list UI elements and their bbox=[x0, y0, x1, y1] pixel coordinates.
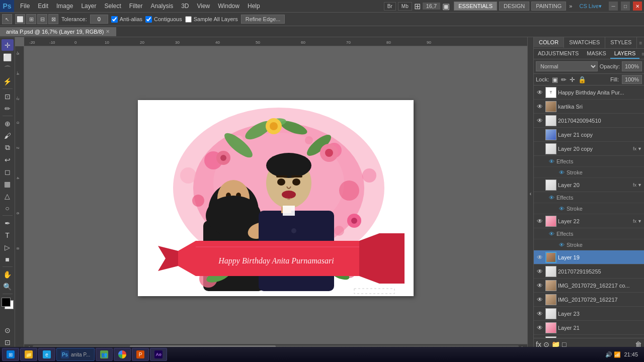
layer-item[interactable]: 👁 IMG_20170729_162217 bbox=[534, 293, 644, 307]
tool-preset-icon[interactable]: ↖ bbox=[2, 14, 12, 24]
layer-visibility-toggle[interactable]: 👁 bbox=[536, 296, 544, 304]
layer-item-layer19[interactable]: 👁 Layer 19 bbox=[534, 250, 644, 264]
panel-options-btn[interactable]: ≡ bbox=[639, 40, 642, 46]
selection-new[interactable]: ⬜ bbox=[15, 14, 25, 24]
masks-sub-tab[interactable]: MASKS bbox=[583, 49, 610, 59]
lock-all-icon[interactable]: 🔒 bbox=[578, 76, 586, 83]
clone-tool[interactable]: ⧉ bbox=[2, 142, 14, 153]
menu-help[interactable]: Help bbox=[244, 2, 264, 11]
screen-mode-btn[interactable]: ⊡ bbox=[2, 336, 14, 348]
fill-input[interactable] bbox=[622, 75, 642, 84]
path-selection[interactable]: ▷ bbox=[2, 241, 14, 253]
arrange-btn[interactable]: ⊞ bbox=[414, 2, 421, 11]
screen-mode[interactable]: ▣ bbox=[442, 2, 450, 11]
layer-item[interactable]: 👁 Layer 23 bbox=[534, 307, 644, 321]
gradient-tool[interactable]: ▦ bbox=[2, 178, 14, 190]
layer-visibility-toggle[interactable]: 👁 bbox=[536, 103, 544, 111]
taskbar-explorer[interactable]: 📁 bbox=[20, 348, 37, 361]
contiguous-label[interactable]: Contiguous bbox=[145, 16, 182, 23]
layer-item-background[interactable]: 👁 Background 🔒 bbox=[534, 335, 644, 338]
layer-item[interactable]: 👁 Layer 21 copy bbox=[534, 128, 644, 142]
stroke-eye-icon[interactable]: 👁 bbox=[559, 206, 565, 212]
layer-item[interactable]: 👁 20170729195255 bbox=[534, 264, 644, 279]
effects-eye-icon[interactable]: 👁 bbox=[549, 195, 554, 201]
layer-visibility-toggle[interactable]: 👁 bbox=[536, 324, 544, 332]
eyedropper-tool[interactable]: ✏ bbox=[2, 103, 14, 114]
sample-all-label[interactable]: Sample All Layers bbox=[185, 16, 238, 23]
color-tab[interactable]: COLOR bbox=[534, 37, 564, 48]
menu-image[interactable]: Image bbox=[52, 2, 77, 11]
menu-file[interactable]: File bbox=[16, 2, 34, 11]
lock-paint-icon[interactable]: ✏ bbox=[561, 76, 567, 83]
panel-collapse-btn[interactable]: ‹ bbox=[527, 37, 533, 350]
cs-live-btn[interactable]: CS Live▾ bbox=[575, 2, 606, 11]
foreground-color[interactable] bbox=[2, 298, 11, 307]
painting-mode[interactable]: PAINTING bbox=[531, 2, 566, 11]
layer-visibility-toggle[interactable]: 👁 bbox=[536, 282, 544, 290]
menu-3d[interactable]: 3D bbox=[177, 2, 193, 11]
taskbar-couple[interactable]: 👥 bbox=[96, 348, 113, 361]
essentials-mode[interactable]: ESSENTIALS bbox=[454, 2, 497, 11]
menu-filter[interactable]: Filter bbox=[125, 2, 147, 11]
layer-item[interactable]: 👁 20170420094510 bbox=[534, 114, 644, 128]
layer-visibility-toggle[interactable]: 👁 bbox=[536, 145, 544, 153]
layer-visibility-toggle[interactable]: 👁 bbox=[536, 253, 544, 261]
layer-visibility-toggle[interactable]: 👁 bbox=[536, 88, 544, 97]
layer-item[interactable]: 👁 Layer 21 bbox=[534, 321, 644, 335]
marquee-tool[interactable]: ⬜ bbox=[2, 51, 14, 63]
bridge-btn[interactable]: Br bbox=[384, 2, 396, 11]
lasso-tool[interactable]: ⌒ bbox=[2, 63, 14, 75]
taskbar-ie[interactable]: e bbox=[38, 348, 55, 361]
contiguous-checkbox[interactable] bbox=[145, 16, 152, 23]
hand-tool[interactable]: ✋ bbox=[2, 268, 14, 280]
effects-eye-icon[interactable]: 👁 bbox=[549, 231, 554, 237]
start-btn[interactable]: ⊞ bbox=[2, 348, 19, 361]
healing-tool[interactable]: ⊕ bbox=[2, 118, 14, 129]
selection-sub[interactable]: ⊟ bbox=[37, 14, 47, 24]
menu-analysis[interactable]: Analysis bbox=[146, 2, 177, 11]
brush-tool[interactable]: 🖌 bbox=[2, 130, 14, 141]
eraser-tool[interactable]: ◻ bbox=[2, 166, 14, 177]
layer-visibility-toggle[interactable]: 👁 bbox=[536, 310, 544, 318]
mini-bridge-btn[interactable]: Mb bbox=[398, 2, 412, 11]
layer-item[interactable]: 👁 kartika Sri bbox=[534, 100, 644, 114]
minimize-btn[interactable]: ─ bbox=[609, 2, 618, 11]
styles-tab[interactable]: STYLES bbox=[605, 37, 637, 48]
magic-wand-tool[interactable]: ⚡ bbox=[2, 75, 14, 87]
selection-add[interactable]: ⊞ bbox=[26, 14, 36, 24]
lock-transparency-icon[interactable]: ▣ bbox=[552, 76, 558, 83]
menu-view[interactable]: View bbox=[193, 2, 214, 11]
taskbar-ps[interactable]: Ps anita P... bbox=[56, 348, 95, 361]
shape-tool[interactable]: ■ bbox=[2, 253, 14, 265]
layer-item[interactable]: 👁 T Happy Birthday Anita Pur... bbox=[534, 85, 644, 100]
move-tool[interactable]: ✛ bbox=[2, 39, 14, 51]
tolerance-input[interactable] bbox=[90, 15, 108, 24]
history-brush[interactable]: ↩ bbox=[2, 154, 14, 165]
layer-visibility-toggle[interactable]: 👁 bbox=[536, 217, 544, 225]
layer-visibility-toggle[interactable]: 👁 bbox=[536, 117, 544, 125]
anti-alias-checkbox[interactable] bbox=[111, 16, 118, 23]
layer-visibility-toggle[interactable]: 👁 bbox=[536, 181, 544, 189]
taskbar-chrome[interactable] bbox=[114, 348, 131, 361]
layer-item[interactable]: 👁 Layer 20 copy fx ▼ bbox=[534, 142, 644, 156]
effects-eye-icon[interactable]: 👁 bbox=[549, 158, 554, 164]
selection-inter[interactable]: ⊠ bbox=[48, 14, 58, 24]
layer-item[interactable]: 👁 Layer 20 fx ▼ bbox=[534, 178, 644, 192]
menu-edit[interactable]: Edit bbox=[34, 2, 52, 11]
color-swatch[interactable] bbox=[2, 298, 14, 309]
stroke-eye-icon[interactable]: 👁 bbox=[559, 242, 565, 248]
dodge-tool[interactable]: ○ bbox=[2, 202, 14, 214]
lock-move-icon[interactable]: ✛ bbox=[570, 76, 575, 83]
quick-mask[interactable]: ⊙ bbox=[2, 324, 14, 336]
opacity-input[interactable] bbox=[622, 61, 642, 71]
taskbar-ppt[interactable]: P bbox=[132, 348, 149, 361]
maximize-btn[interactable]: □ bbox=[621, 2, 630, 11]
anti-alias-label[interactable]: Anti-alias bbox=[111, 16, 142, 23]
layer-visibility-toggle[interactable]: 👁 bbox=[536, 338, 544, 338]
blend-mode-select[interactable]: Normal Multiply Screen Overlay bbox=[536, 61, 598, 71]
close-btn[interactable]: ✕ bbox=[633, 2, 642, 11]
zoom-tool[interactable]: 🔍 bbox=[2, 281, 14, 292]
taskbar-ae[interactable]: Ae bbox=[150, 348, 167, 361]
refine-edge-btn[interactable]: Refine Edge... bbox=[241, 15, 285, 24]
tab-close[interactable]: ✕ bbox=[106, 29, 110, 34]
